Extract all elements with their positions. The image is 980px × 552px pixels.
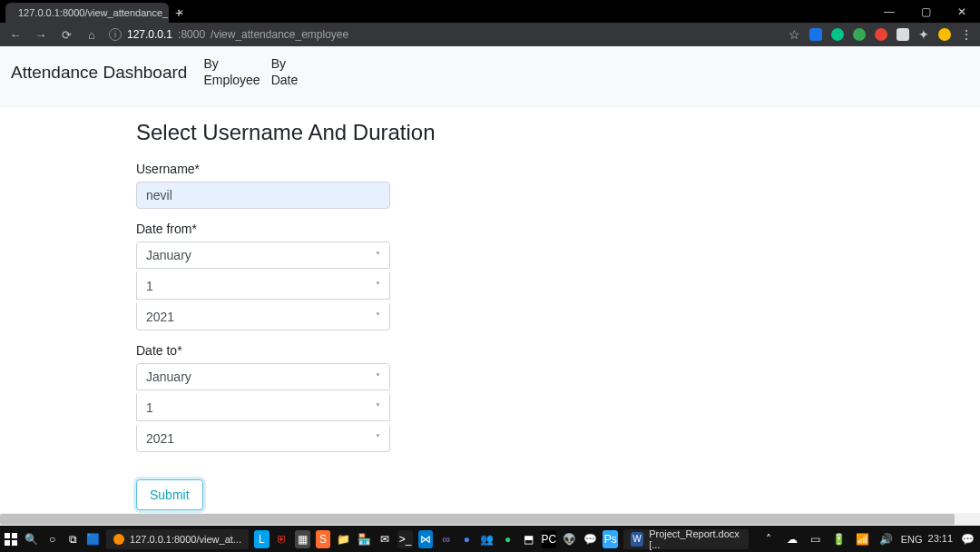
start-button[interactable]: [4, 530, 19, 548]
date-to-year-select[interactable]: 2021 ˅: [136, 425, 390, 452]
taskbar-app-icon[interactable]: ▦: [295, 530, 310, 548]
tray-notifications-icon[interactable]: 💬: [958, 530, 976, 548]
browser-tab-strip: 127.0.0.1:8000/view_attendance_ × +: [0, 0, 980, 23]
extension-icon[interactable]: [853, 28, 866, 41]
browser-chrome: 127.0.0.1:8000/view_attendance_ × + — ▢ …: [0, 0, 980, 46]
home-button[interactable]: ⌂: [83, 28, 100, 42]
system-tray: ˄ ☁ ▭ 🔋 📶 🔊 ENG 23:11 💬: [760, 530, 976, 548]
date-from-label: Date from*: [136, 222, 844, 236]
chevron-down-icon: ˅: [376, 311, 380, 321]
date-from-month-select[interactable]: January ˅: [136, 242, 390, 269]
back-button[interactable]: ←: [7, 28, 24, 42]
taskbar-app-icon[interactable]: ∞: [438, 530, 454, 548]
windows-taskbar: 🔍 ○ ⧉ 🟦 127.0.0.1:8000/view_at... L ⛨ ▦ …: [0, 526, 980, 552]
new-tab-button[interactable]: +: [169, 3, 189, 23]
date-to-group: January ˅ 1 ˅ 2021 ˅: [136, 363, 844, 452]
cortana-icon[interactable]: ○: [44, 530, 60, 548]
taskbar-app-icon[interactable]: 🟦: [85, 530, 101, 548]
date-from-day-select[interactable]: 1 ˅: [136, 272, 390, 300]
url-host: 127.0.0.1: [127, 28, 172, 41]
nav-links: By Employee By Date: [203, 55, 298, 88]
firefox-icon: [113, 534, 124, 545]
username-input[interactable]: nevil: [136, 182, 390, 209]
chevron-down-icon: ˅: [376, 372, 380, 382]
taskbar-app-icon[interactable]: 📁: [336, 530, 351, 548]
extension-icon[interactable]: [938, 28, 951, 41]
username-value: nevil: [146, 188, 172, 202]
app-brand: Attendance Dashboard: [11, 63, 187, 83]
taskbar-app-icon[interactable]: 💬: [583, 530, 598, 548]
nav-by-employee[interactable]: By Employee: [203, 55, 260, 88]
extension-icon[interactable]: [875, 28, 887, 41]
extensions-puzzle-icon[interactable]: ✦: [918, 27, 929, 42]
svg-rect-2: [5, 540, 10, 546]
taskbar-app-icon[interactable]: PC: [542, 530, 557, 548]
svg-rect-3: [12, 540, 17, 546]
taskbar-app-icon[interactable]: ●: [500, 530, 515, 548]
chevron-down-icon: ˅: [376, 281, 380, 291]
date-from-group: January ˅ 1 ˅ 2021 ˅: [136, 242, 844, 330]
browser-menu-icon[interactable]: ⋮: [960, 27, 973, 42]
taskbar-app-icon[interactable]: ⋈: [418, 530, 434, 548]
bookmark-star-icon[interactable]: ☆: [789, 27, 800, 42]
taskbar-app-icon[interactable]: L: [254, 530, 270, 548]
date-to-day-select[interactable]: 1 ˅: [136, 394, 390, 421]
tab-title: 127.0.0.1:8000/view_attendance_: [18, 7, 168, 18]
tray-volume-icon[interactable]: 🔊: [877, 530, 896, 548]
svg-rect-0: [5, 533, 10, 538]
extension-icon[interactable]: [831, 28, 844, 41]
page-viewport: Attendance Dashboard By Employee By Date…: [0, 46, 980, 526]
url-path: /view_attendance_employee: [211, 28, 348, 41]
submit-button[interactable]: Submit: [136, 479, 203, 510]
window-maximize-button[interactable]: ▢: [907, 0, 944, 23]
tray-onedrive-icon[interactable]: ☁: [783, 530, 801, 548]
taskbar-doc-label: Project_Report.docx [...: [649, 528, 741, 550]
date-to-label: Date to*: [136, 343, 844, 358]
tray-chevron-icon[interactable]: ˄: [760, 530, 778, 548]
tray-clock[interactable]: 23:11: [928, 534, 954, 544]
site-info-icon[interactable]: i: [109, 28, 122, 41]
taskbar-app-icon[interactable]: Ps: [603, 530, 618, 548]
tray-meet-icon[interactable]: ▭: [807, 530, 825, 548]
page-heading: Select Username And Duration: [136, 120, 980, 145]
chevron-down-icon: ˅: [376, 402, 380, 412]
scrollbar-thumb[interactable]: [0, 514, 955, 525]
taskbar-app-label: 127.0.0.1:8000/view_at...: [130, 534, 241, 545]
horizontal-scrollbar[interactable]: [0, 513, 980, 526]
word-icon: W: [631, 532, 643, 547]
taskbar-app-icon[interactable]: ⛨: [275, 530, 290, 548]
taskbar-app-icon[interactable]: ●: [459, 530, 475, 548]
forward-button[interactable]: →: [33, 28, 49, 42]
taskbar-app-firefox[interactable]: 127.0.0.1:8000/view_at...: [106, 529, 249, 549]
reload-button[interactable]: ⟳: [58, 28, 74, 42]
extension-icon[interactable]: [809, 28, 822, 41]
address-bar[interactable]: i 127.0.0.1:8000/view_attendance_employe…: [109, 28, 348, 41]
window-controls: — ▢ ✕: [871, 0, 980, 23]
taskbar-app-icon[interactable]: 👥: [480, 530, 495, 548]
search-icon[interactable]: 🔍: [24, 530, 40, 548]
browser-tab[interactable]: 127.0.0.1:8000/view_attendance_ ×: [5, 3, 169, 23]
taskbar-app-icon[interactable]: S: [316, 530, 331, 548]
app-navbar: Attendance Dashboard By Employee By Date: [0, 46, 980, 107]
date-to-month-select[interactable]: January ˅: [136, 363, 390, 390]
extension-icon[interactable]: [897, 28, 909, 41]
url-port: :8000: [178, 28, 205, 41]
chevron-down-icon: ˅: [376, 251, 380, 261]
tray-language[interactable]: ENG: [901, 534, 923, 545]
taskbar-app-icon[interactable]: ⬒: [521, 530, 536, 548]
task-view-icon[interactable]: ⧉: [65, 530, 81, 548]
nav-by-date[interactable]: By Date: [271, 55, 299, 88]
window-close-button[interactable]: ✕: [944, 0, 980, 23]
taskbar-app-icon[interactable]: 👽: [562, 530, 577, 548]
taskbar-app-icon[interactable]: 🏪: [357, 530, 372, 548]
tray-battery-icon[interactable]: 🔋: [830, 530, 848, 548]
date-from-year-select[interactable]: 2021 ˅: [136, 303, 390, 330]
chevron-down-icon: ˅: [376, 433, 380, 443]
taskbar-app-word[interactable]: W Project_Report.docx [...: [623, 529, 749, 549]
taskbar-app-icon[interactable]: ✉: [377, 530, 393, 548]
attendance-form: Username* nevil Date from* January ˅ 1 ˅…: [136, 162, 844, 526]
window-minimize-button[interactable]: —: [871, 0, 907, 23]
tray-wifi-icon[interactable]: 📶: [854, 530, 872, 548]
main-container: Select Username And Duration Username* n…: [0, 107, 980, 526]
taskbar-app-icon[interactable]: >_: [397, 530, 413, 548]
